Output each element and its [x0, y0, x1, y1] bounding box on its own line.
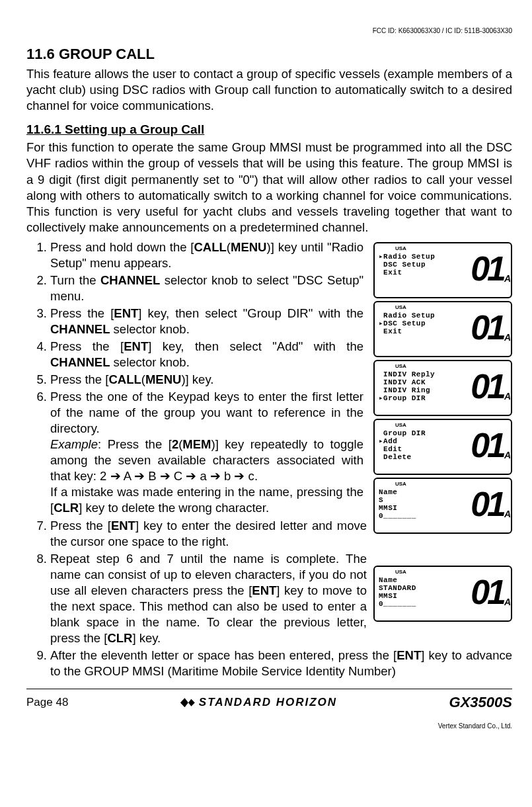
channel-number: 01A: [471, 429, 507, 472]
subsection-title: 11.6.1 Setting up a Group Call: [26, 122, 512, 138]
company-fine-print: Vertex Standard Co., Ltd.: [26, 722, 512, 730]
intro-paragraph: This feature allows the user to contact …: [26, 66, 512, 114]
lcd-column-2: USA Name STANDARD MMSI 0_______ 01A: [373, 566, 512, 624]
page-footer: Page 48 STANDARD HORIZON GX3500S: [26, 689, 512, 712]
channel-number: 01A: [471, 576, 507, 619]
lcd-6-text: Name STANDARD MMSI 0_______: [379, 576, 471, 619]
lcd-6: USA Name STANDARD MMSI 0_______ 01A: [373, 566, 512, 622]
model-name: GX3500S: [449, 693, 512, 712]
section-title: 11.6 GROUP CALL: [26, 45, 512, 64]
channel-number: 01A: [471, 370, 507, 413]
lcd-4: USA Group DIR ▸Add Edit Delete 01A: [373, 419, 512, 475]
brand-logo: STANDARD HORIZON: [180, 695, 337, 710]
lcd-5: USA Name S MMSI 0_______ 01A: [373, 478, 512, 534]
lcd-1: USA ▸Radio Setup DSC Setup Exit 01A: [373, 242, 512, 298]
channel-number: 01A: [471, 253, 507, 296]
lcd-column-1: USA ▸Radio Setup DSC Setup Exit 01A USA …: [373, 242, 512, 536]
lcd-4-text: Group DIR ▸Add Edit Delete: [379, 429, 471, 472]
step-8: USA Name STANDARD MMSI 0_______ 01A Repe…: [50, 551, 512, 646]
lcd-5-text: Name S MMSI 0_______: [379, 488, 471, 531]
channel-number: 01A: [471, 488, 507, 531]
lcd-3: USA INDIV Reply INDIV ACK INDIV Ring ▸Gr…: [373, 360, 512, 416]
lcd-2-text: Radio Setup ▸DSC Setup Exit: [379, 312, 471, 355]
wave-icon: [180, 698, 195, 707]
fcc-id: FCC ID: K6630063X30 / IC ID: 511B-30063X…: [26, 26, 512, 35]
channel-number: 01A: [471, 312, 507, 355]
page-number: Page 48: [26, 695, 68, 710]
lcd-1-text: ▸Radio Setup DSC Setup Exit: [379, 253, 471, 296]
lcd-3-text: INDIV Reply INDIV ACK INDIV Ring ▸Group …: [379, 370, 471, 413]
subsection-intro: For this function to operate the same Gr…: [26, 140, 512, 235]
step-9: After the eleventh letter or space has b…: [50, 648, 512, 679]
lcd-2: USA Radio Setup ▸DSC Setup Exit 01A: [373, 301, 512, 357]
